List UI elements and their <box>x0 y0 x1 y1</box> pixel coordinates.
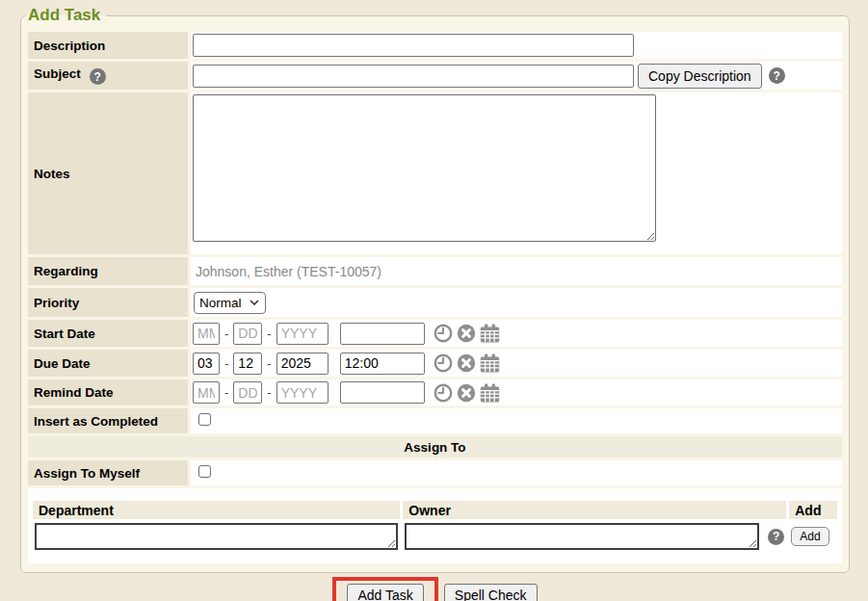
copy-description-button[interactable]: Copy Description <box>638 64 762 89</box>
subject-help-icon[interactable]: ? <box>90 68 106 85</box>
assignment-header-row: Department Owner Add <box>33 501 837 519</box>
insert-completed-row: Insert as Completed <box>28 408 842 433</box>
page-title: Add Task <box>26 6 106 25</box>
date-separator: - <box>267 327 271 341</box>
subject-label: Subject <box>34 66 81 81</box>
remind-date-year-input[interactable] <box>276 381 329 404</box>
regarding-label: Regarding <box>28 257 188 285</box>
assign-myself-checkbox[interactable] <box>198 465 211 478</box>
priority-row: Priority Normal <box>28 288 842 317</box>
remind-date-month-input[interactable] <box>193 381 220 404</box>
insert-completed-checkbox[interactable] <box>198 413 211 426</box>
description-label: Description <box>28 32 188 59</box>
assign-myself-label: Assign To Myself <box>28 460 188 485</box>
subject-row: Subject? Copy Description ? <box>28 62 842 90</box>
department-header: Department <box>33 501 400 519</box>
add-assignment-button[interactable]: Add <box>791 527 829 546</box>
clear-date-icon[interactable] <box>457 324 476 343</box>
chevron-down-icon <box>250 300 259 305</box>
assignment-section-row: Department Owner Add ? <box>28 488 842 563</box>
priority-select[interactable]: Normal <box>194 292 266 314</box>
date-separator: - <box>224 356 228 371</box>
start-date-day-input[interactable] <box>233 323 262 345</box>
clock-icon[interactable] <box>434 353 453 373</box>
due-date-year-input[interactable] <box>276 353 329 375</box>
owner-input[interactable] <box>405 523 759 550</box>
assign-to-header-row: Assign To <box>28 436 842 457</box>
spell-check-button[interactable]: Spell Check <box>444 584 538 601</box>
description-input[interactable] <box>193 34 634 57</box>
assign-to-header: Assign To <box>28 436 842 457</box>
due-date-time-input[interactable] <box>340 353 425 375</box>
notes-row: Notes <box>28 92 842 254</box>
notes-label: Notes <box>28 92 188 254</box>
date-separator: - <box>224 385 228 400</box>
start-date-time-input[interactable] <box>340 323 425 345</box>
owner-help-icon[interactable]: ? <box>768 529 784 545</box>
date-separator: - <box>224 327 228 341</box>
due-date-row: Due Date - - <box>28 350 842 377</box>
calendar-icon[interactable] <box>480 324 500 343</box>
regarding-value: Johnson, Esther (TEST-10057) <box>193 264 381 279</box>
subject-input[interactable] <box>193 65 634 88</box>
remind-date-label: Remind Date <box>28 379 188 405</box>
department-input[interactable] <box>35 523 398 550</box>
due-date-label: Due Date <box>28 350 188 377</box>
notes-textarea[interactable] <box>193 94 656 242</box>
clock-icon[interactable] <box>434 324 453 343</box>
regarding-row: Regarding Johnson, Esther (TEST-10057) <box>28 257 842 285</box>
highlight-annotation: Add Task <box>332 577 437 601</box>
task-form-table: Description Subject? Copy Description ? <box>25 29 845 566</box>
insert-completed-label: Insert as Completed <box>28 408 188 433</box>
assignment-table: Department Owner Add ? <box>30 498 840 554</box>
start-date-year-input[interactable] <box>276 323 329 345</box>
description-row: Description <box>28 32 842 59</box>
remind-date-row: Remind Date - - <box>28 379 842 405</box>
remind-date-day-input[interactable] <box>233 381 262 404</box>
add-header: Add <box>789 501 837 519</box>
start-date-row: Start Date - - <box>28 320 842 347</box>
calendar-icon[interactable] <box>480 353 500 373</box>
copy-description-help-icon[interactable]: ? <box>769 67 785 84</box>
footer-buttons: Add Task Spell Check <box>20 577 850 601</box>
add-task-panel: Add Task Description Subject? Copy Descr… <box>20 6 850 573</box>
start-date-label: Start Date <box>28 320 188 347</box>
date-separator: - <box>267 385 271 400</box>
priority-label: Priority <box>28 288 188 317</box>
clock-icon[interactable] <box>434 383 453 403</box>
owner-header: Owner <box>403 501 786 519</box>
assignment-input-row: ? Add <box>33 522 837 551</box>
date-separator: - <box>267 356 271 371</box>
priority-selected-value: Normal <box>199 296 242 310</box>
due-date-month-input[interactable] <box>193 353 220 375</box>
start-date-month-input[interactable] <box>193 323 220 345</box>
add-task-button[interactable]: Add Task <box>347 584 423 601</box>
due-date-day-input[interactable] <box>233 353 262 375</box>
page: Add Task Description Subject? Copy Descr… <box>0 6 868 601</box>
clear-date-icon[interactable] <box>457 383 476 403</box>
calendar-icon[interactable] <box>480 383 500 403</box>
assign-myself-row: Assign To Myself <box>28 460 842 485</box>
remind-date-time-input[interactable] <box>340 381 425 404</box>
clear-date-icon[interactable] <box>457 353 476 373</box>
